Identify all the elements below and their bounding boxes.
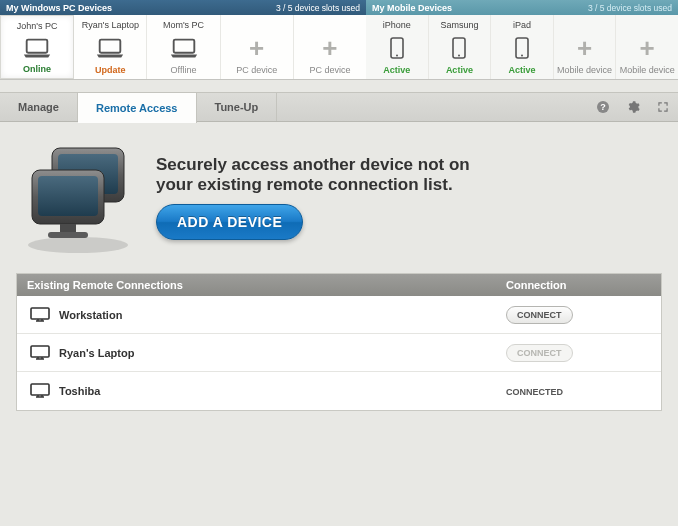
mobile-slots-label: 3 / 5 device slots used: [588, 3, 672, 13]
device-label: [583, 20, 586, 30]
svg-rect-1: [100, 39, 121, 52]
device-strip: My Windows PC Devices 3 / 5 device slots…: [0, 0, 678, 80]
mobile-slot[interactable]: +Mobile device: [554, 15, 617, 79]
svg-rect-15: [38, 176, 98, 216]
device-label: iPhone: [383, 20, 411, 30]
device-label: Samsung: [440, 20, 478, 30]
add-device-button[interactable]: ADD A DEVICE: [156, 204, 303, 240]
device-status: Mobile device: [620, 65, 675, 75]
svg-point-11: [28, 237, 128, 253]
svg-text:?: ?: [600, 102, 606, 112]
monitor-icon: [27, 382, 53, 400]
plus-icon: +: [577, 35, 592, 61]
svg-rect-16: [60, 224, 76, 232]
connection-name: Toshiba: [53, 385, 506, 397]
device-status: Mobile device: [557, 65, 612, 75]
connection-cell: CONNECT: [506, 306, 651, 324]
tab-tune-up[interactable]: Tune-Up: [197, 93, 278, 121]
hero-headline: Securely access another device not on yo…: [156, 155, 470, 194]
header-conn-col: Connection: [506, 279, 651, 291]
hero-text: Securely access another device not on yo…: [156, 155, 470, 240]
pc-devices-header: My Windows PC Devices 3 / 5 device slots…: [0, 0, 366, 15]
remote-monitors-icon: [18, 140, 138, 255]
gear-icon[interactable]: [618, 93, 648, 121]
pc-device-tile[interactable]: John's PCOnline: [0, 15, 74, 79]
device-label: [255, 20, 258, 30]
tab-manage[interactable]: Manage: [0, 93, 78, 121]
connection-name: Workstation: [53, 309, 506, 321]
pc-slots-label: 3 / 5 device slots used: [276, 3, 360, 13]
monitor-icon: [27, 344, 53, 362]
laptop-icon: [22, 35, 52, 61]
device-label: [646, 20, 649, 30]
connection-cell: CONNECTED: [506, 385, 651, 397]
pc-devices-section: My Windows PC Devices 3 / 5 device slots…: [0, 0, 366, 80]
device-status: Update: [95, 65, 126, 75]
header-name-col: Existing Remote Connections: [27, 279, 506, 291]
pc-devices-row: John's PCOnlineRyan's LaptopUpdateMom's …: [0, 15, 366, 80]
plus-icon: +: [322, 35, 337, 61]
svg-point-8: [521, 54, 523, 56]
laptop-icon: [169, 35, 199, 61]
tab-remote-access[interactable]: Remote Access: [78, 92, 197, 123]
monitor-icon: [27, 306, 53, 324]
phone-icon: [515, 35, 529, 61]
pc-device-tile[interactable]: Ryan's LaptopUpdate: [74, 15, 147, 79]
plus-icon: +: [249, 35, 264, 61]
table-row: Ryan's LaptopCONNECT: [17, 334, 661, 372]
svg-point-4: [396, 54, 398, 56]
mobile-devices-header: My Mobile Devices 3 / 5 device slots use…: [366, 0, 678, 15]
mobile-devices-row: iPhoneActiveSamsungActiveiPadActive +Mob…: [366, 15, 678, 80]
connect-button[interactable]: CONNECT: [506, 306, 573, 324]
laptop-icon: [95, 35, 125, 61]
device-label: [329, 20, 332, 30]
device-status: Active: [508, 65, 535, 75]
hero-section: Securely access another device not on yo…: [0, 122, 678, 267]
svg-rect-2: [173, 39, 194, 52]
connections-panel: Existing Remote Connections Connection W…: [16, 273, 662, 411]
connections-header: Existing Remote Connections Connection: [17, 274, 661, 296]
connections-rows: WorkstationCONNECTRyan's LaptopCONNECTTo…: [17, 296, 661, 410]
pc-slot[interactable]: +PC device: [294, 15, 366, 79]
device-status: PC device: [309, 65, 350, 75]
table-row: WorkstationCONNECT: [17, 296, 661, 334]
pc-device-tile[interactable]: Mom's PCOffline: [147, 15, 220, 79]
help-icon[interactable]: ?: [588, 93, 618, 121]
mobile-slot[interactable]: +Mobile device: [616, 15, 678, 79]
svg-rect-0: [27, 39, 48, 52]
mobile-device-tile[interactable]: iPhoneActive: [366, 15, 429, 79]
connection-cell: CONNECT: [506, 344, 651, 362]
device-status: Active: [383, 65, 410, 75]
tab-spacer: [277, 93, 588, 121]
device-status: Active: [446, 65, 473, 75]
device-status: Online: [23, 64, 51, 74]
svg-rect-17: [48, 232, 88, 238]
connected-status: CONNECTED: [506, 387, 563, 397]
connection-name: Ryan's Laptop: [53, 347, 506, 359]
device-label: John's PC: [17, 21, 58, 31]
mobile-device-tile[interactable]: SamsungActive: [429, 15, 492, 79]
svg-rect-20: [31, 384, 49, 395]
pc-devices-title: My Windows PC Devices: [6, 3, 112, 13]
mobile-devices-title: My Mobile Devices: [372, 3, 452, 13]
expand-icon[interactable]: [648, 93, 678, 121]
device-label: Mom's PC: [163, 20, 204, 30]
mobile-devices-section: My Mobile Devices 3 / 5 device slots use…: [366, 0, 678, 80]
mobile-device-tile[interactable]: iPadActive: [491, 15, 554, 79]
phone-icon: [390, 35, 404, 61]
device-status: PC device: [236, 65, 277, 75]
svg-point-6: [458, 54, 460, 56]
device-status: Offline: [171, 65, 197, 75]
svg-rect-18: [31, 308, 49, 319]
table-row: ToshibaCONNECTED: [17, 372, 661, 410]
svg-rect-19: [31, 346, 49, 357]
phone-icon: [452, 35, 466, 61]
pc-slot[interactable]: +PC device: [221, 15, 294, 79]
device-label: iPad: [513, 20, 531, 30]
connect-button: CONNECT: [506, 344, 573, 362]
tab-bar: ManageRemote AccessTune-Up ?: [0, 92, 678, 122]
plus-icon: +: [640, 35, 655, 61]
device-label: Ryan's Laptop: [82, 20, 139, 30]
